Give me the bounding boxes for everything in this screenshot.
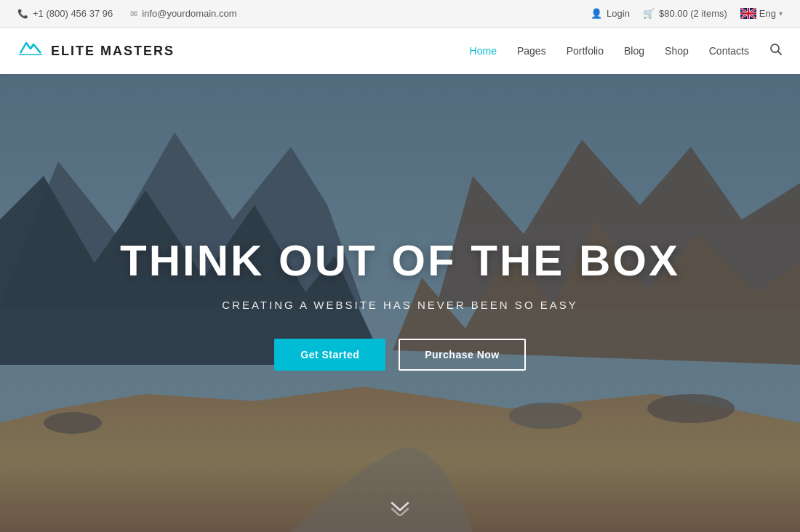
- phone-item: 📞 +1 (800) 456 37 96: [17, 8, 113, 19]
- email-address: info@yourdomain.com: [142, 8, 236, 19]
- top-bar-right: 👤 Login 🛒 $80.00 (2 items) Eng ▾: [591, 8, 783, 19]
- email-item: ✉ info@yourdomain.com: [130, 8, 236, 19]
- top-bar: 📞 +1 (800) 456 37 96 ✉ info@yourdomain.c…: [0, 0, 800, 28]
- get-started-button[interactable]: Get Started: [274, 339, 385, 371]
- logo-text: ELITE MASTERS: [51, 44, 175, 59]
- hero-content: THINK OUT OF THE BOX CREATING A WEBSITE …: [91, 235, 709, 371]
- nav-links: Home Pages Portfolio Blog Shop Contacts: [470, 43, 783, 59]
- nav-contacts[interactable]: Contacts: [709, 45, 749, 57]
- top-bar-left: 📞 +1 (800) 456 37 96 ✉ info@yourdomain.c…: [17, 8, 237, 19]
- phone-number: +1 (800) 456 37 96: [33, 8, 113, 19]
- logo[interactable]: ELITE MASTERS: [17, 39, 175, 63]
- language-label[interactable]: Eng: [759, 8, 776, 19]
- nav-pages[interactable]: Pages: [517, 45, 546, 57]
- nav-portfolio[interactable]: Portfolio: [567, 45, 604, 57]
- main-nav: ELITE MASTERS Home Pages Portfolio Blog …: [0, 28, 800, 74]
- cart-item[interactable]: 🛒 $80.00 (2 items): [643, 8, 727, 19]
- login-icon: 👤: [591, 8, 602, 19]
- nav-blog[interactable]: Blog: [624, 45, 644, 57]
- uk-flag-icon: [740, 8, 756, 19]
- cart-icon: 🛒: [643, 8, 655, 19]
- chevron-double-icon: [389, 500, 411, 516]
- search-icon[interactable]: [769, 43, 783, 59]
- nav-home[interactable]: Home: [470, 45, 497, 57]
- phone-icon: 📞: [17, 9, 28, 19]
- scroll-down-button[interactable]: [389, 500, 411, 516]
- svg-line-2: [778, 52, 782, 55]
- language-chevron[interactable]: ▾: [779, 9, 783, 17]
- language-selector[interactable]: Eng ▾: [740, 8, 783, 19]
- hero-title: THINK OUT OF THE BOX: [120, 235, 680, 286]
- cart-value[interactable]: $80.00 (2 items): [659, 8, 727, 19]
- hero-subtitle: CREATING A WEBSITE HAS NEVER BEEN SO EAS…: [120, 299, 680, 311]
- hero-section: THINK OUT OF THE BOX CREATING A WEBSITE …: [0, 74, 800, 532]
- email-icon: ✉: [130, 9, 137, 19]
- hero-buttons: Get Started Purchase Now: [120, 339, 680, 371]
- logo-icon: [17, 39, 44, 63]
- login-label[interactable]: Login: [607, 8, 630, 19]
- login-item[interactable]: 👤 Login: [591, 8, 630, 19]
- purchase-now-button[interactable]: Purchase Now: [399, 339, 525, 371]
- nav-shop[interactable]: Shop: [665, 45, 689, 57]
